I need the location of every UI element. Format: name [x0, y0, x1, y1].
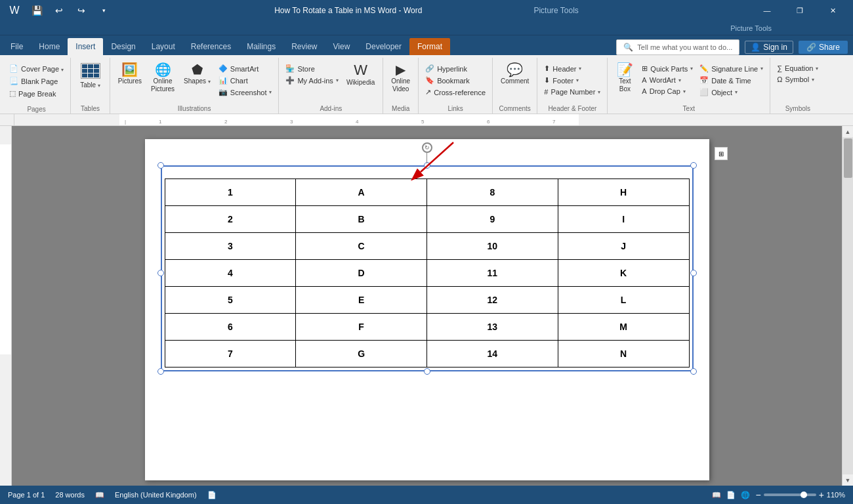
tab-file[interactable]: File: [3, 38, 31, 55]
page-indicator: Page 1 of 1: [8, 491, 45, 499]
my-addins-icon: ➕: [285, 76, 295, 85]
table-cell: G: [296, 341, 427, 368]
object-button[interactable]: ⬜ Object ▾: [697, 87, 766, 98]
handle-bottom-mid[interactable]: [424, 368, 430, 375]
drop-cap-button[interactable]: A Drop Cap ▾: [639, 86, 696, 96]
tables-group-label: Tables: [73, 104, 107, 114]
ribbon-group-illustrations: 🖼️ Pictures 🌐 OnlinePictures ⬟ Shapes ▾ …: [110, 58, 280, 114]
tab-review[interactable]: Review: [283, 38, 325, 55]
tab-mailings[interactable]: Mailings: [239, 38, 283, 55]
scroll-up-button[interactable]: ▲: [843, 126, 854, 137]
handle-bottom-left[interactable]: [157, 368, 164, 375]
online-pictures-button[interactable]: 🌐 OnlinePictures: [147, 60, 178, 96]
status-bar: Page 1 of 1 28 words 📖 English (United K…: [0, 486, 853, 504]
table-cell: I: [558, 206, 689, 233]
vertical-ruler: [0, 126, 12, 486]
cover-page-button[interactable]: 📄 Cover Page ▾: [7, 63, 66, 74]
table-cell: D: [296, 260, 427, 287]
cover-page-icon: 📄: [9, 64, 18, 73]
text-col2: ✏️ Signature Line ▾ 📅 Date & Time ⬜ Obje…: [697, 60, 766, 98]
zoom-in-button[interactable]: +: [819, 490, 824, 500]
wikipedia-button[interactable]: W Wikipedia: [343, 60, 379, 89]
save-button[interactable]: 💾: [28, 1, 46, 20]
handle-top-right[interactable]: [690, 162, 697, 169]
zoom-out-button[interactable]: −: [755, 490, 760, 500]
word-table: 1A8H2B9I3C10J4D11K5E12L6F13M7G14N: [165, 178, 690, 368]
hyperlink-button[interactable]: 🔗 Hyperlink: [423, 63, 488, 74]
cross-reference-button[interactable]: ↗ Cross-reference: [423, 87, 488, 98]
online-video-button[interactable]: ▶ OnlineVideo: [387, 60, 414, 96]
tab-layout[interactable]: Layout: [144, 38, 183, 55]
smartart-chart-screenshot-col: 🔷 SmartArt 📊 Chart 📷 Screenshot ▾: [216, 60, 275, 98]
comment-button[interactable]: 💬 Comment: [497, 60, 533, 88]
zoom-slider[interactable]: [764, 494, 816, 496]
table-cell: 10: [427, 233, 558, 260]
hyperlink-icon: 🔗: [425, 64, 434, 73]
tab-design[interactable]: Design: [103, 38, 143, 55]
screenshot-button[interactable]: 📷 Screenshot ▾: [216, 87, 275, 98]
restore-button[interactable]: ❐: [785, 0, 815, 21]
table-cell: 6: [165, 314, 296, 341]
ribbon-group-symbols: ∑ Equation ▾ Ω Symbol ▾ Symbols: [770, 58, 825, 114]
table-cell: F: [296, 314, 427, 341]
chart-icon: 📊: [218, 76, 228, 85]
bookmark-button[interactable]: 🔖 Bookmark: [423, 75, 488, 86]
equation-button[interactable]: ∑ Equation ▾: [774, 63, 821, 74]
sign-in-button[interactable]: 👤 Sign in: [745, 41, 793, 54]
store-button[interactable]: 🏪 Store: [283, 63, 341, 74]
layout-options-button[interactable]: ⊞: [715, 147, 728, 160]
tell-me-input[interactable]: 🔍 Tell me what you want to do...: [616, 39, 739, 55]
pictures-button[interactable]: 🖼️ Pictures: [114, 60, 146, 88]
footer-button[interactable]: ⬇ Footer ▾: [541, 75, 603, 86]
handle-bottom-right[interactable]: [690, 368, 697, 375]
tab-format[interactable]: Format: [409, 38, 450, 55]
date-time-button[interactable]: 📅 Date & Time: [697, 75, 766, 86]
rotate-handle[interactable]: ↻: [422, 142, 432, 163]
smartart-icon: 🔷: [218, 64, 228, 73]
table-cell: C: [296, 233, 427, 260]
scroll-down-button[interactable]: ▼: [843, 474, 854, 486]
close-button[interactable]: ✕: [818, 0, 848, 21]
handle-top-left[interactable]: [157, 162, 164, 169]
minimize-button[interactable]: —: [752, 0, 782, 21]
page-break-button[interactable]: ⬚ Page Break: [7, 88, 58, 99]
page-number-button[interactable]: # Page Number ▾: [541, 87, 603, 97]
blank-page-button[interactable]: 📃 Blank Page: [7, 75, 60, 87]
drop-cap-icon: A: [642, 87, 646, 95]
wordart-button[interactable]: A WordArt ▾: [639, 75, 696, 85]
undo-button[interactable]: ↩: [50, 1, 68, 20]
redo-button[interactable]: ↪: [72, 1, 91, 20]
tab-insert[interactable]: Insert: [68, 38, 103, 55]
header-button[interactable]: ⬆ Header ▾: [541, 63, 603, 74]
scrollbar-thumb[interactable]: [844, 138, 852, 178]
handle-mid-left[interactable]: [157, 270, 164, 276]
customize-qat-button[interactable]: ▾: [94, 1, 113, 20]
ruler-corner: [0, 114, 14, 125]
signature-button[interactable]: ✏️ Signature Line ▾: [697, 63, 766, 74]
word-icon[interactable]: W: [5, 1, 24, 20]
tables-group-content: Table ▾: [73, 58, 107, 104]
tab-view[interactable]: View: [325, 38, 358, 55]
text-box-button[interactable]: 📝 TextBox: [612, 60, 638, 96]
comments-group-label: Comments: [495, 104, 534, 114]
quick-parts-button[interactable]: ⊞ Quick Parts ▾: [639, 63, 696, 74]
content-area: ⊞ ↻: [12, 126, 842, 486]
table-button[interactable]: Table ▾: [75, 60, 106, 91]
chart-button[interactable]: 📊 Chart: [216, 75, 275, 86]
shapes-button[interactable]: ⬟ Shapes ▾: [180, 60, 215, 88]
media-group-content: ▶ OnlineVideo: [386, 58, 415, 104]
handle-mid-right[interactable]: [690, 270, 697, 276]
tab-developer[interactable]: Developer: [358, 38, 409, 55]
tab-home[interactable]: Home: [31, 38, 68, 55]
table-cell: 5: [165, 287, 296, 314]
smartart-button[interactable]: 🔷 SmartArt: [216, 63, 275, 74]
header-footer-group-label: Header & Footer: [540, 104, 604, 114]
symbol-button[interactable]: Ω Symbol ▾: [774, 74, 821, 85]
tab-references[interactable]: References: [183, 38, 239, 55]
table-cell: K: [558, 260, 689, 287]
my-addins-button[interactable]: ➕ My Add-ins ▾: [283, 75, 341, 86]
share-button[interactable]: 🔗 Share: [799, 41, 848, 54]
web-layout-button[interactable]: 🌐: [741, 491, 750, 499]
read-mode-button[interactable]: 📖: [712, 491, 721, 499]
print-layout-button[interactable]: 📄: [726, 491, 736, 499]
